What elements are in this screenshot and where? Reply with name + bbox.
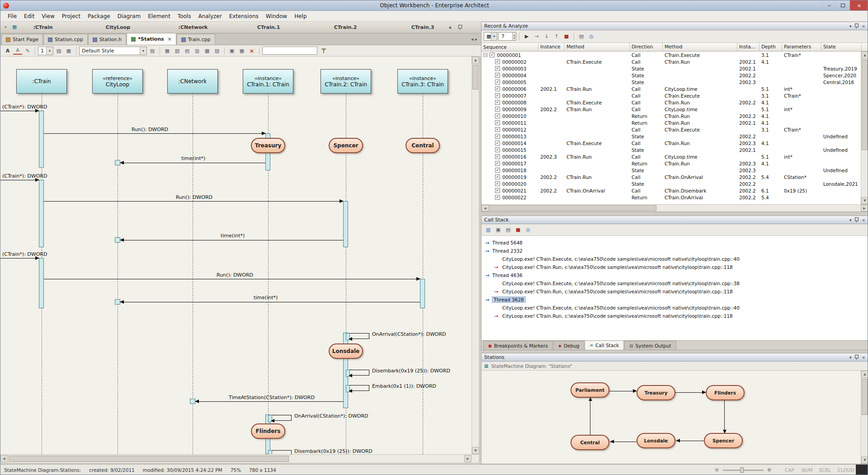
activation-bar[interactable] (39, 180, 44, 247)
menu-diagram[interactable]: Diagram (114, 12, 145, 21)
copy-button[interactable]: ▣ (494, 226, 503, 235)
state-lonsdale[interactable]: Lonsdale (329, 343, 363, 359)
frame-depth-spinner[interactable]: 7 ▴ ▾ (498, 32, 516, 41)
callstack-frame[interactable]: CityLoop.exe! CTrain.Execute, c:\ea\ea75… (481, 304, 868, 312)
save-button[interactable]: ▥ (484, 226, 493, 235)
scroll-down-icon[interactable]: ▼ (861, 456, 868, 464)
scroll-right-icon[interactable]: ▶ (861, 205, 868, 212)
tree-collapse-icon[interactable]: − (483, 53, 487, 57)
font-button[interactable]: A (3, 46, 12, 55)
row-checkbox[interactable]: ✓ (495, 134, 500, 139)
message-run-3[interactable] (44, 279, 420, 279)
transition-spencer-lonsdale[interactable] (676, 441, 704, 441)
tab-start-page[interactable]: Start Page (1, 34, 43, 45)
scroll-up-icon[interactable]: ▲ (472, 56, 479, 64)
tab-stations[interactable]: *Stations × (127, 33, 176, 45)
tab-station-cpp[interactable]: Station.cpp (43, 34, 88, 45)
state-parliament[interactable]: Parliament (571, 382, 609, 398)
message-time-1[interactable] (120, 163, 265, 163)
sequence-diagram-canvas[interactable]: :CTrain «reference» CityLoop :CNetwork «… (0, 56, 472, 454)
layout-button[interactable]: ▣ (227, 46, 236, 55)
play-button[interactable]: ▶ (522, 32, 531, 41)
grid-button[interactable]: ▦ (64, 46, 73, 55)
menu-project[interactable]: Project (58, 12, 84, 21)
ra-table-row[interactable]: ✓00000008CTrain.ExecuteCallCTrain.Run200… (481, 99, 868, 106)
diagram-horizontal-scrollbar[interactable]: ◀ ▶ (0, 454, 479, 463)
close-icon[interactable]: × (862, 24, 865, 28)
tab-station-h[interactable]: Station.h (88, 34, 127, 45)
callstack-frame[interactable]: →CityLoop.exe! CTrain.Run, c:\ea\ea750\c… (481, 312, 868, 320)
recorder-mode-combo[interactable]: ▦ ▾ (484, 32, 497, 41)
activation-bar[interactable] (420, 279, 425, 308)
ra-vertical-scrollbar[interactable]: ▲ ▼ (861, 52, 868, 204)
ra-table-row[interactable]: ✓00000010ReturnCTrain.Run2002.24.1 (481, 113, 868, 119)
message-onarrival[interactable] (349, 333, 369, 339)
row-checkbox[interactable]: ✓ (495, 73, 500, 78)
lifeline-ctrain[interactable]: :CTrain (16, 69, 67, 94)
state-central[interactable]: Central (571, 435, 609, 450)
lifeline-header-item[interactable]: CTrain.3 (411, 24, 434, 30)
message-run-1[interactable] (44, 133, 265, 134)
callstack-frame[interactable]: CityLoop.exe! CTrain.Execute, c:\ea\ea75… (481, 279, 868, 287)
font-color-button[interactable]: A (13, 47, 22, 55)
lifeline-header-item[interactable]: :CTrain (33, 24, 52, 30)
align-center-button[interactable]: ▧ (173, 46, 182, 55)
zoom-in-icon[interactable]: ⊕ (767, 467, 771, 473)
lifeline-cnetwork[interactable]: :CNetwork (167, 69, 218, 94)
state-spencer[interactable]: Spencer (329, 138, 363, 153)
ra-table-row[interactable]: ✓00000017ReturnCTrain.Run2002.34.1 (481, 160, 868, 167)
row-checkbox[interactable]: ✓ (495, 168, 500, 173)
scrollbar-thumb[interactable] (9, 456, 289, 462)
ra-table-row[interactable]: ✓00000004State2002.2Spencer,2020 (481, 72, 868, 79)
diagram-filter-input[interactable] (262, 47, 317, 55)
chevrons-icon[interactable]: » (4, 24, 7, 30)
column-header[interactable]: Instance (538, 43, 565, 51)
filter-funnel-icon[interactable] (321, 48, 327, 54)
callstack-thread[interactable]: →Thread 3628 (481, 296, 868, 304)
zoom-out-icon[interactable]: ⊖ (715, 467, 719, 473)
scrollbar-thumb[interactable] (862, 60, 868, 150)
ra-table-row[interactable]: ✓00000014CTrain.ExecuteCallCTrain.Run200… (481, 140, 868, 146)
message-timeatstation[interactable] (195, 401, 343, 402)
found-message[interactable] (0, 258, 39, 259)
chevron-down-icon[interactable]: ▾ (849, 355, 852, 360)
step-over-button[interactable]: → (532, 32, 541, 41)
scroll-right-icon[interactable]: ▶ (464, 455, 472, 462)
ra-table-row[interactable]: ✓00000018State2002.3Undefined (481, 167, 868, 174)
found-message[interactable] (0, 180, 39, 180)
align-left-button[interactable]: ▦ (163, 46, 172, 55)
tab-close-icon[interactable]: × (168, 36, 172, 42)
column-header[interactable]: State (821, 43, 862, 51)
transition-lonsdale-central[interactable] (610, 442, 637, 442)
activation-bar[interactable] (39, 258, 44, 308)
diagram-icon[interactable]: ▦ (12, 24, 17, 30)
tab-breakpoints-markers[interactable]: ● Breakpoints & Markers (483, 341, 553, 350)
scroll-up-icon[interactable]: ▲ (861, 371, 868, 378)
callstack-thread[interactable]: →Thread 2332 (481, 247, 868, 255)
record-button[interactable]: ◎ (524, 226, 533, 235)
lifeline-cityloop[interactable]: «reference» CityLoop (92, 69, 143, 94)
delete-button[interactable]: × (247, 46, 256, 55)
save-recording-button[interactable]: ▤ (577, 32, 586, 41)
step-out-button[interactable]: ↑ (552, 32, 561, 41)
doc-button[interactable]: ▤ (504, 226, 513, 235)
row-checkbox[interactable]: ✓ (495, 154, 500, 159)
state-central[interactable]: Central (406, 138, 440, 153)
ra-table-row[interactable]: ✓00000007CallCTrain.Execute3.1CTrain* (481, 92, 868, 99)
row-checkbox[interactable]: ✓ (495, 100, 500, 105)
fill-button[interactable]: ▨ (54, 46, 63, 55)
row-checkbox[interactable]: ✓ (495, 120, 500, 125)
collapse-bar-icon[interactable]: ▴ (449, 24, 452, 30)
align-right-button[interactable]: ▤ (183, 46, 192, 55)
row-checkbox[interactable]: ✓ (495, 181, 500, 186)
ra-table-row[interactable]: ✓00000022ReturnCTrain.OnArrival2002.25.4 (481, 194, 868, 201)
lifeline-header-item[interactable]: CTrain.2 (334, 24, 357, 30)
lifeline-ctrain3[interactable]: «instance» CTrain.3: CTrain (397, 69, 448, 94)
autosize-button[interactable]: ▦ (237, 46, 246, 55)
ra-table-row[interactable]: ✓00000003State2002.1Treasury,2019 (481, 65, 868, 72)
callstack-frame[interactable]: →CityLoop.exe! CTrain.Run, c:\ea\ea750\c… (481, 287, 868, 296)
tab-debug[interactable]: ◆ Debug (553, 341, 584, 350)
message-disembark[interactable] (272, 450, 292, 454)
message-embark[interactable] (349, 385, 369, 391)
maximize-button[interactable] (836, 0, 849, 10)
